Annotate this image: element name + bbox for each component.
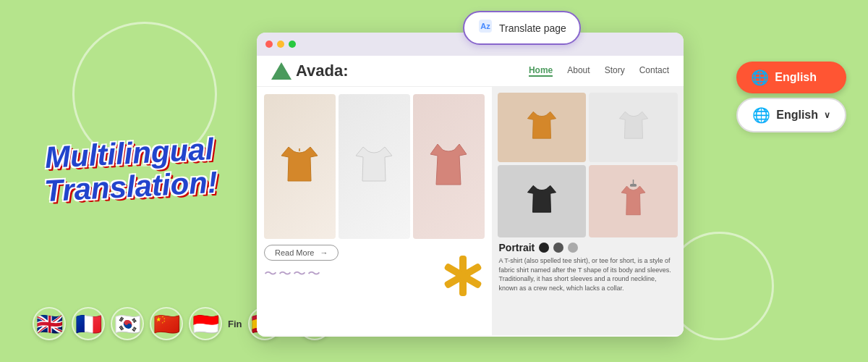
flag-indonesia: 🇮🇩 xyxy=(189,307,222,340)
portrait-label: Portrait xyxy=(499,242,535,253)
browser-dot-green xyxy=(289,41,296,48)
nav-about[interactable]: About xyxy=(567,65,590,77)
tshirt-white xyxy=(339,94,410,239)
tshirt-right-white xyxy=(589,93,678,162)
globe-icon-dropdown: 🌐 xyxy=(752,106,770,124)
site-header: Avada: Home About Story Contact xyxy=(257,56,684,87)
translate-icon: Az xyxy=(477,18,493,38)
browser-dot-yellow xyxy=(277,41,284,48)
find-text: Fin xyxy=(228,319,242,329)
active-language-label: English xyxy=(775,71,817,84)
svg-text:Az: Az xyxy=(480,22,490,30)
color-dot-gray[interactable] xyxy=(553,243,563,253)
browser-dot-red xyxy=(265,41,273,48)
flag-china: 🇨🇳 xyxy=(150,307,183,340)
product-info: Portrait A T-shirt (also spelled tee shi… xyxy=(498,237,678,297)
nav-contact[interactable]: Contact xyxy=(639,65,669,77)
site-nav: Home About Story Contact xyxy=(529,65,669,77)
tshirt-pink xyxy=(413,94,485,239)
tshirt-grid xyxy=(264,94,485,239)
logo-icon xyxy=(271,62,292,80)
language-dropdown-btn[interactable]: 🌐 English ∨ xyxy=(736,98,846,132)
tshirt-right-pink2 xyxy=(589,165,678,238)
read-more-btn[interactable]: Read More → xyxy=(264,245,339,261)
nav-home[interactable]: Home xyxy=(529,65,553,77)
language-active-btn[interactable]: 🌐 English xyxy=(736,62,846,93)
read-more-label: Read More xyxy=(275,248,314,257)
page-title: Multilingual Translation! xyxy=(42,132,218,209)
translate-label: Translate page xyxy=(499,22,566,34)
tshirt-right-black xyxy=(498,165,587,238)
arrow-right-icon: → xyxy=(320,248,328,257)
product-title: Portrait xyxy=(499,242,677,253)
chevron-down-icon: ∨ xyxy=(824,110,830,120)
translate-button[interactable]: Az Translate page xyxy=(463,11,581,45)
tshirt-orange xyxy=(264,94,336,239)
deco-asterisk xyxy=(441,254,485,300)
tshirt-right-grid xyxy=(498,93,678,237)
tshirt-right-orange xyxy=(498,93,587,162)
color-dot-light[interactable] xyxy=(568,243,578,253)
language-selector: 🌐 English 🌐 English ∨ xyxy=(736,62,846,132)
dropdown-language-label: English xyxy=(776,109,818,122)
nav-story[interactable]: Story xyxy=(605,65,625,77)
color-dot-black[interactable] xyxy=(539,243,549,253)
svg-rect-4 xyxy=(630,184,637,187)
globe-icon-active: 🌐 xyxy=(751,69,769,86)
product-description: A T-shirt (also spelled tee shirt), or t… xyxy=(499,256,677,292)
flag-korea: 🇰🇷 xyxy=(111,307,144,340)
site-name: Avada: xyxy=(296,62,349,80)
flag-france: 🇫🇷 xyxy=(72,307,105,340)
flag-uk: 🇬🇧 xyxy=(33,307,66,340)
site-right-panel: Portrait A T-shirt (also spelled tee shi… xyxy=(492,87,684,335)
site-logo: Avada: xyxy=(271,62,349,80)
